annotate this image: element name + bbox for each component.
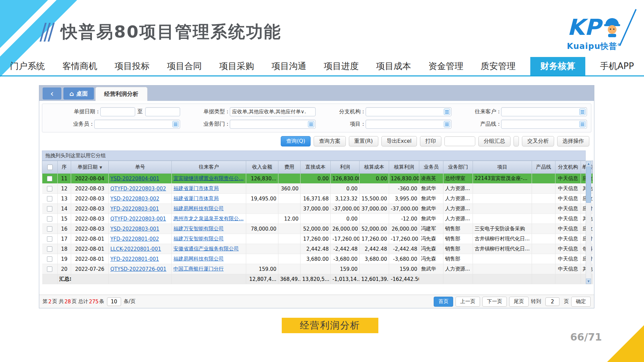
date-from-input[interactable] bbox=[100, 107, 135, 116]
docno-link[interactable]: YFD-20220801-002 bbox=[110, 236, 159, 242]
filter-input[interactable] bbox=[230, 107, 316, 116]
customer-link[interactable]: 惠州市龙之泉温泉开发有限公... bbox=[173, 216, 244, 222]
docno-link[interactable]: QTYFD-20220803-001 bbox=[110, 216, 166, 222]
col-header-acct_profit[interactable]: 核算利润 bbox=[389, 161, 419, 174]
nav-item-6[interactable]: 项目沟通 bbox=[269, 57, 309, 75]
toolbar-button-5[interactable]: 打印 bbox=[420, 136, 441, 146]
table-row[interactable]: 112022-08-04YSD-20220804-001宜宾骏继洪骥置业有限责任… bbox=[42, 174, 593, 184]
picker-icon[interactable] bbox=[444, 121, 450, 127]
customer-link[interactable]: 中国工商银行厦门分行 bbox=[173, 266, 224, 272]
row-checkbox[interactable] bbox=[47, 196, 52, 201]
scroll-up-icon[interactable]: ▲ bbox=[586, 161, 591, 166]
row-checkbox[interactable] bbox=[47, 226, 52, 232]
back-button[interactable]: ‹ bbox=[43, 87, 61, 100]
customer-link[interactable]: 福建万安智能有限公司 bbox=[173, 226, 224, 232]
customer-link[interactable]: 福建万安智能有限公司 bbox=[173, 236, 224, 242]
toolbar-button-9[interactable]: 交叉分析 bbox=[522, 136, 554, 146]
nav-item-10[interactable]: 质安管理 bbox=[478, 57, 518, 75]
row-checkbox[interactable] bbox=[47, 246, 52, 252]
filter-input[interactable] bbox=[230, 120, 316, 129]
filter-input[interactable] bbox=[501, 120, 587, 129]
col-header-income[interactable]: 收入金额 bbox=[246, 161, 278, 174]
sort-icon[interactable]: ▼ bbox=[100, 166, 102, 169]
goto-page-input[interactable] bbox=[545, 297, 559, 306]
table-row[interactable]: 182022-08-01LLCK-20220801-001安徽省通信产业服务有限… bbox=[42, 244, 593, 254]
filter-input[interactable] bbox=[501, 107, 587, 116]
nav-item-9[interactable]: 资金管理 bbox=[426, 57, 466, 75]
col-header-dept[interactable]: 业务部门 bbox=[443, 161, 473, 174]
row-checkbox[interactable] bbox=[47, 176, 52, 181]
toolbar-mini-button[interactable] bbox=[514, 136, 519, 146]
nav-item-2[interactable]: 客情商机 bbox=[60, 57, 100, 75]
picker-icon[interactable] bbox=[579, 121, 586, 127]
docno-link[interactable]: YSD-20220803-001 bbox=[110, 226, 159, 232]
table-row[interactable]: 162022-08-03YSD-20220803-001福建万安智能有限公司78… bbox=[42, 224, 593, 234]
col-header-fee[interactable]: 费用 bbox=[278, 161, 301, 174]
col-header-acct_cost[interactable]: 核算成本 bbox=[360, 161, 389, 174]
customer-link[interactable]: 福建易网科技有限公司 bbox=[173, 205, 224, 212]
nav-item-4[interactable]: 项目合同 bbox=[164, 57, 205, 75]
picker-icon[interactable] bbox=[172, 121, 179, 127]
col-header-project[interactable]: 项目 bbox=[473, 161, 532, 174]
tab-desktop[interactable]: ⌂ 桌面 bbox=[63, 87, 94, 100]
col-header-profit[interactable]: 利润 bbox=[331, 161, 360, 174]
date-to-input[interactable] bbox=[145, 107, 180, 116]
nav-item-1[interactable]: 门户系统 bbox=[7, 57, 48, 75]
table-row[interactable]: 192022-08-01YFD-20220801-001福建易网科技有限公司3,… bbox=[42, 254, 593, 264]
row-checkbox[interactable] bbox=[47, 206, 52, 212]
nav-item-8[interactable]: 项目成本 bbox=[373, 57, 414, 75]
col-header-seq[interactable]: 序 bbox=[58, 161, 71, 174]
col-header-branch[interactable]: 分支机构 bbox=[555, 161, 581, 174]
col-header-docno[interactable]: 单号 bbox=[109, 161, 172, 174]
docno-link[interactable]: YFD-20220803-001 bbox=[110, 206, 159, 212]
scroll-thumb[interactable] bbox=[586, 167, 591, 203]
customer-link[interactable]: 福建省厦门市体育局 bbox=[173, 185, 219, 191]
col-header-customer[interactable]: 往来客户 bbox=[172, 161, 246, 174]
select-all-checkbox[interactable] bbox=[47, 165, 53, 170]
customer-link[interactable]: 宜宾骏继洪骥置业有限责任公... bbox=[173, 175, 244, 181]
page-button-2[interactable]: 上一页 bbox=[455, 297, 480, 307]
picker-icon[interactable] bbox=[308, 121, 314, 127]
toolbar-input[interactable] bbox=[444, 136, 475, 146]
page-button-4[interactable]: 尾页 bbox=[509, 297, 529, 307]
docno-link[interactable]: QTYSD-20220726-001 bbox=[110, 266, 166, 272]
picker-icon[interactable] bbox=[444, 109, 450, 115]
docno-link[interactable]: YSD-20220803-002 bbox=[110, 196, 159, 202]
nav-item-5[interactable]: 项目采购 bbox=[217, 57, 257, 75]
customer-link[interactable]: 福建省厦门市体育局 bbox=[173, 195, 219, 201]
table-row[interactable]: 152022-08-03QTYFD-20220803-001惠州市龙之泉温泉开发… bbox=[42, 214, 593, 224]
toolbar-button-10[interactable]: 选择操作 bbox=[557, 136, 589, 146]
toolbar-button-3[interactable]: 重置(R) bbox=[349, 136, 378, 146]
table-row[interactable]: 122022-08-03QTYFD-20220803-002福建省厦门市体育局3… bbox=[42, 184, 593, 194]
toolbar-button-7[interactable]: 分组汇总 bbox=[478, 136, 511, 146]
row-checkbox[interactable] bbox=[47, 236, 52, 242]
confirm-button[interactable]: 确定 bbox=[571, 297, 591, 307]
docno-link[interactable]: QTYFD-20220803-002 bbox=[110, 186, 166, 192]
row-checkbox[interactable] bbox=[47, 186, 52, 191]
docno-link[interactable]: YFD-20220801-001 bbox=[110, 256, 159, 262]
picker-icon[interactable] bbox=[579, 109, 586, 115]
page-button-1[interactable]: 首页 bbox=[434, 297, 453, 307]
scroll-down-icon[interactable]: ▼ bbox=[586, 279, 591, 284]
row-checkbox[interactable] bbox=[47, 216, 52, 222]
tab-profit-analysis[interactable]: 经营利润分析 bbox=[95, 87, 148, 101]
docno-link[interactable]: LLCK-20220801-001 bbox=[110, 246, 161, 252]
col-header-date[interactable]: 单据日期▼ bbox=[71, 161, 109, 174]
page-button-3[interactable]: 下一页 bbox=[482, 297, 507, 307]
toolbar-button-4[interactable]: 导出Excel bbox=[381, 136, 417, 146]
nav-item-3[interactable]: 项目投标 bbox=[112, 57, 152, 75]
docno-link[interactable]: YSD-20220804-001 bbox=[110, 176, 159, 182]
nav-item-11[interactable]: 财务核算 bbox=[530, 57, 585, 75]
filter-input[interactable] bbox=[366, 107, 451, 116]
filter-input[interactable] bbox=[94, 120, 180, 129]
toolbar-button-2[interactable]: 查询方案 bbox=[314, 136, 346, 146]
nav-item-7[interactable]: 项目进度 bbox=[321, 57, 361, 75]
page-size-input[interactable] bbox=[107, 297, 121, 306]
col-header-salesman[interactable]: 业务员 bbox=[419, 161, 443, 174]
nav-item-12[interactable]: 手机APP bbox=[597, 57, 637, 75]
table-row[interactable]: 132022-08-03YSD-20220803-002福建省厦门市体育局19,… bbox=[42, 194, 593, 204]
customer-link[interactable]: 福建易网科技有限公司 bbox=[173, 256, 224, 262]
customer-link[interactable]: 安徽省通信产业服务有限公司 bbox=[173, 246, 239, 252]
table-row[interactable]: 142022-08-03YFD-20220803-001福建易网科技有限公司37… bbox=[42, 204, 593, 214]
filter-input[interactable] bbox=[366, 120, 451, 129]
